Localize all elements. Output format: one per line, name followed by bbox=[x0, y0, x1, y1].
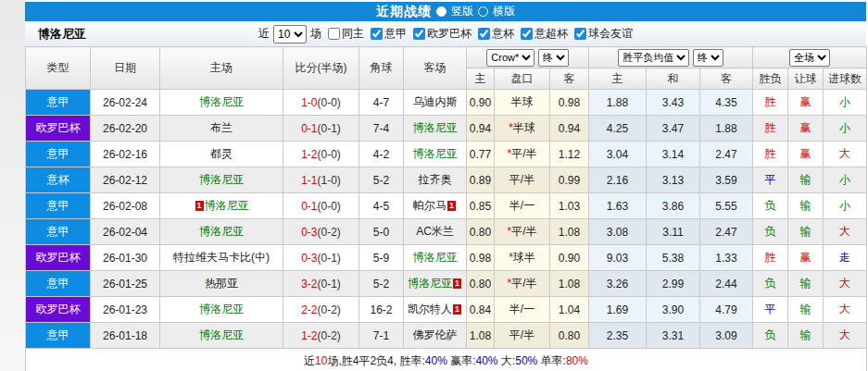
header-corner: 角球 bbox=[359, 47, 404, 90]
handicap-away-odds-cell: 0.90 bbox=[550, 245, 589, 271]
match-row: 意杯26-02-12博洛尼亚1-1(1-0)5-2拉齐奥0.89平/半0.992… bbox=[26, 167, 867, 193]
league-type-cell: 意甲 bbox=[26, 323, 91, 349]
goals-result-cell: 小 bbox=[824, 193, 867, 219]
league-checkbox-supercup[interactable] bbox=[521, 28, 533, 40]
league-label-europa[interactable]: 欧罗巴杯 bbox=[427, 26, 472, 42]
handicap-line-cell: 半/一 bbox=[495, 193, 550, 219]
league-label-friendly[interactable]: 球会友谊 bbox=[588, 26, 633, 42]
goals-result-cell: 大 bbox=[824, 219, 867, 245]
league-label-supercup[interactable]: 意超杯 bbox=[535, 26, 568, 42]
goals-result-cell: 大 bbox=[824, 142, 867, 167]
league-label-serie-a[interactable]: 意甲 bbox=[384, 26, 407, 42]
handicap-time-select[interactable]: 终 bbox=[538, 49, 569, 67]
header-date: 日期 bbox=[91, 47, 160, 90]
vertical-layout-radio[interactable] bbox=[436, 6, 447, 17]
fulltime-score: 1-2 bbox=[301, 148, 317, 161]
header-away: 客场 bbox=[404, 47, 467, 90]
away-team-cell: AC米兰 bbox=[404, 219, 467, 245]
away-team-cell: 凯尔特人1 bbox=[404, 297, 467, 323]
home-team-cell: 博洛尼亚 bbox=[160, 167, 283, 193]
avg-away-odds-cell: 2.47 bbox=[700, 142, 753, 167]
handicap-result-cell: 赢 bbox=[788, 142, 824, 167]
result-cell: 胜 bbox=[753, 142, 788, 167]
league-type-cell: 意甲 bbox=[26, 90, 91, 116]
handicap-line-cell: *平/半 bbox=[495, 142, 550, 167]
away-team-cell: 乌迪内斯 bbox=[404, 90, 467, 116]
league-checkbox-europa[interactable] bbox=[413, 28, 425, 40]
avg-time-select[interactable]: 终 bbox=[693, 49, 723, 67]
home-team-cell: 博洛尼亚 bbox=[160, 90, 283, 116]
vertical-layout-label[interactable]: 竖版 bbox=[451, 4, 473, 19]
score-cell: 3-2(0-1) bbox=[283, 271, 359, 297]
goals-result-cell: 大 bbox=[824, 323, 867, 349]
corners-cell: 4-2 bbox=[359, 142, 404, 167]
handicap-result-cell: 输 bbox=[788, 219, 824, 245]
same-home-checkbox[interactable] bbox=[328, 28, 340, 40]
fullmatch-select[interactable]: 全场 bbox=[789, 49, 830, 67]
goals-result-cell: 小 bbox=[824, 116, 867, 142]
horizontal-layout-label[interactable]: 横版 bbox=[493, 4, 515, 19]
summary-segment: 50% bbox=[515, 354, 537, 367]
avg-draw-odds-cell: 3.31 bbox=[647, 323, 700, 349]
handicap-line-cell: 平/半 bbox=[495, 323, 550, 349]
panel-title-bar: 近期战绩 竖版 横版 bbox=[25, 2, 866, 21]
summary-row: 近10场,胜4平2负4, 胜率:40% 赢率:40% 大:50% 单率:80% bbox=[26, 349, 867, 371]
date-cell: 26-02-08 bbox=[91, 193, 160, 219]
league-type-cell: 意甲 bbox=[26, 142, 91, 167]
fulltime-score: 0-3 bbox=[301, 252, 317, 265]
match-count-select[interactable]: 10 bbox=[273, 25, 307, 43]
handicap-home-odds-cell: 0.77 bbox=[467, 142, 495, 167]
handicap-home-odds-cell: 1.08 bbox=[467, 323, 495, 349]
handicap-home-odds-cell: 0.84 bbox=[467, 297, 495, 323]
league-type-cell: 意杯 bbox=[26, 167, 91, 193]
league-checkbox-coppa[interactable] bbox=[478, 28, 490, 40]
league-checkbox-friendly[interactable] bbox=[574, 28, 586, 40]
home-team-name: 博洛尼亚 bbox=[199, 95, 244, 108]
corners-cell: 5-9 bbox=[359, 245, 404, 271]
subheader-avg-away: 客 bbox=[700, 68, 753, 90]
match-row: 意甲26-01-18博洛尼亚1-2(0-2)7-1佛罗伦萨1.08平/半0.80… bbox=[26, 323, 867, 349]
away-team-cell: 博洛尼亚1 bbox=[404, 271, 467, 297]
handicap-line-cell: 半球 bbox=[495, 90, 550, 116]
handicap-line: 球半 bbox=[513, 251, 535, 264]
summary-segment: 场,胜4平2负4, 胜率: bbox=[327, 354, 424, 367]
corners-cell: 5-0 bbox=[359, 219, 404, 245]
home-team-name: 特拉维夫马卡比(中) bbox=[173, 251, 270, 264]
goals-result-cell: 小 bbox=[824, 90, 867, 116]
bookmaker-select[interactable]: Crow* bbox=[486, 49, 535, 67]
halftime-score: (0-0) bbox=[318, 96, 341, 109]
red-card-badge: 1 bbox=[195, 201, 204, 211]
away-team-cell: 帕尔马1 bbox=[404, 193, 467, 219]
away-team-name: 佛罗伦萨 bbox=[413, 328, 458, 341]
results-tbody: 意甲26-02-24博洛尼亚1-0(0-0)4-7乌迪内斯0.90半球0.981… bbox=[26, 90, 867, 349]
red-card-badge: 1 bbox=[453, 278, 461, 289]
avg-away-odds-cell: 3.09 bbox=[700, 323, 753, 349]
same-home-label[interactable]: 同主 bbox=[342, 26, 364, 42]
league-label-coppa[interactable]: 意杯 bbox=[492, 26, 514, 42]
halftime-score: (0-1) bbox=[318, 122, 341, 135]
header-dropdown-row: 类型 日期 主场 比分(半场) 角球 客场 Crow* 终 胜平负均值 终 全场 bbox=[26, 47, 867, 68]
match-row: 意甲26-02-24博洛尼亚1-0(0-0)4-7乌迪内斯0.90半球0.981… bbox=[26, 90, 867, 116]
avg-draw-odds-cell: 3.14 bbox=[647, 142, 700, 167]
avg-odds-select[interactable]: 胜平负均值 bbox=[618, 49, 689, 67]
avg-home-odds-cell: 9.03 bbox=[589, 245, 647, 271]
handicap-away-odds-cell: 1.04 bbox=[550, 297, 589, 323]
avg-draw-odds-cell: 3.86 bbox=[647, 193, 700, 219]
away-team-name: 博洛尼亚 bbox=[408, 277, 452, 290]
avg-draw-odds-cell: 3.90 bbox=[647, 297, 700, 323]
home-team-name: 博洛尼亚 bbox=[199, 173, 244, 186]
away-team-cell: 博洛尼亚 bbox=[404, 116, 467, 142]
league-checkbox-serie-a[interactable] bbox=[371, 28, 383, 40]
score-cell: 2-2(0-2) bbox=[283, 297, 359, 323]
avg-away-odds-cell: 4.35 bbox=[700, 90, 753, 116]
red-card-badge: 1 bbox=[447, 201, 456, 211]
handicap-line-cell: *球半 bbox=[495, 245, 550, 271]
avg-draw-odds-cell: 3.47 bbox=[647, 116, 700, 142]
halftime-score: (0-1) bbox=[318, 252, 341, 265]
date-cell: 26-02-16 bbox=[91, 142, 160, 167]
handicap-line: 平/半 bbox=[509, 328, 535, 341]
handicap-home-odds-cell: 0.98 bbox=[467, 245, 495, 271]
home-team-name: 热那亚 bbox=[205, 277, 238, 290]
handicap-away-odds-cell: 1.08 bbox=[550, 219, 589, 245]
horizontal-layout-radio[interactable] bbox=[478, 6, 488, 17]
